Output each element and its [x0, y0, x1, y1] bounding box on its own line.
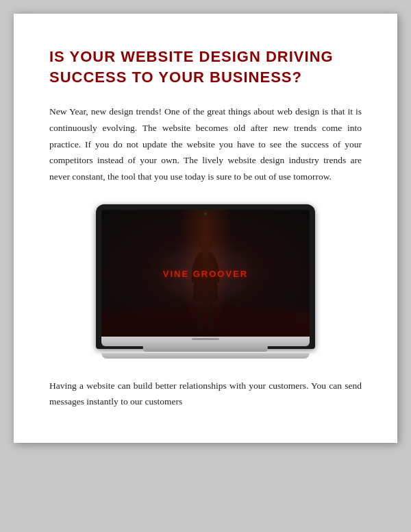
body-paragraph-1: New Year, new design trends! One of the … [49, 104, 362, 184]
svg-point-0 [199, 235, 212, 252]
laptop-image-container: VINE GROOVER MacBook [49, 204, 362, 359]
page-container: Is Your Website Design Driving Success T… [14, 14, 397, 443]
camera-dot [204, 213, 207, 215]
body-paragraph-2: Having a website can build better relati… [49, 378, 362, 410]
laptop-notch: MacBook [192, 338, 219, 340]
screen-brand-text: VINE GROOVER [163, 269, 248, 279]
laptop-base: MacBook [101, 337, 310, 346]
laptop-screen-outer: VINE GROOVER MacBook [96, 204, 315, 349]
person-silhouette [185, 231, 226, 337]
laptop-bottom-bar [101, 353, 310, 359]
page-title: Is Your Website Design Driving Success T… [49, 47, 362, 87]
laptop-wrapper: VINE GROOVER MacBook [96, 204, 315, 359]
screen-text-overlay: VINE GROOVER [163, 267, 248, 280]
laptop-screen: VINE GROOVER [101, 210, 310, 337]
macbook-label: MacBook [197, 337, 214, 341]
